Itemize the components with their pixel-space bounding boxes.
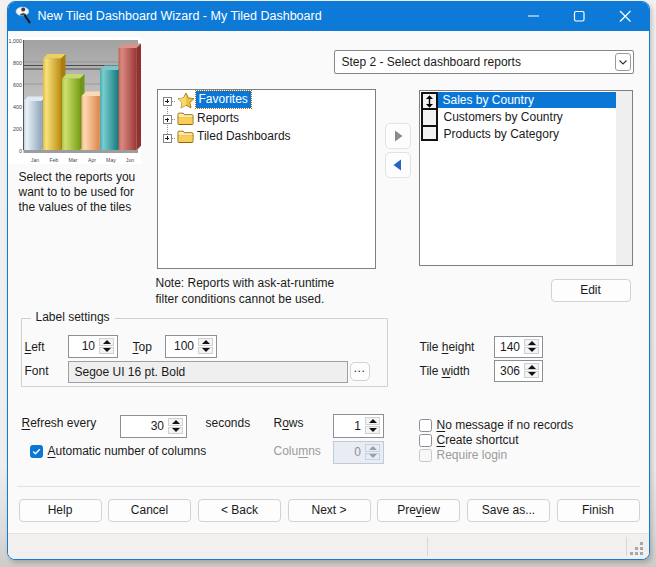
svg-text:Jan: Jan: [31, 157, 39, 163]
svg-text:0: 0: [19, 148, 22, 154]
svg-text:Apr: Apr: [88, 157, 96, 163]
svg-text:1,000: 1,000: [9, 38, 23, 44]
svg-text:Jun: Jun: [126, 157, 134, 163]
svg-text:800: 800: [13, 60, 22, 66]
svg-text:400: 400: [13, 104, 22, 110]
svg-text:May: May: [106, 157, 116, 163]
svg-text:Feb: Feb: [50, 157, 59, 163]
svg-text:600: 600: [13, 82, 22, 88]
svg-text:Mar: Mar: [69, 157, 78, 163]
svg-text:200: 200: [13, 126, 22, 132]
